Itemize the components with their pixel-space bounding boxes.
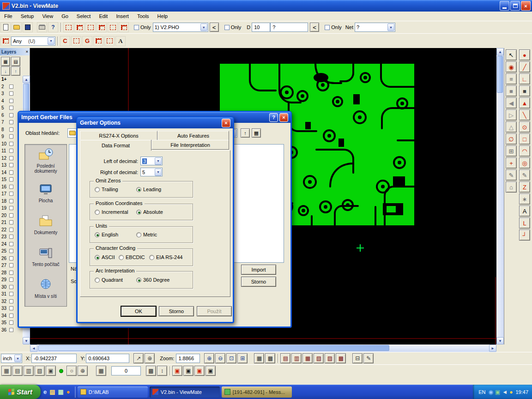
layer-row[interactable]: 2: [0, 83, 23, 91]
board-view-icon-1[interactable]: ▦: [1, 366, 12, 376]
save-icon[interactable]: [23, 22, 33, 32]
chevron-down-icon[interactable]: ▼: [48, 37, 54, 45]
layer-color-box[interactable]: [9, 192, 13, 196]
grid-toggle-icon[interactable]: ▦: [254, 353, 264, 363]
chevron-down-icon[interactable]: ▼: [155, 157, 162, 165]
zoom-out-icon[interactable]: ⊖: [215, 353, 225, 363]
star-pad-icon[interactable]: ∗: [519, 193, 530, 205]
scroll-up-icon[interactable]: ▲: [496, 48, 504, 55]
pad-view-icon-2[interactable]: ▥: [291, 353, 302, 363]
board-view-icon-4[interactable]: ▧: [35, 366, 45, 376]
layer-row[interactable]: 1+: [0, 76, 23, 83]
tab-file-interpretation[interactable]: File Interpretation: [151, 140, 229, 150]
place-my-computer[interactable]: Tento počítač: [25, 240, 66, 272]
layer-color-box[interactable]: [9, 278, 13, 282]
pad-square-icon[interactable]: ■: [519, 85, 530, 97]
layer-color-box[interactable]: [9, 134, 13, 139]
pad-dark-icon-2[interactable]: ▣: [206, 366, 216, 376]
move-layer-up-icon[interactable]: ↑: [11, 66, 20, 76]
vertical-scroll-thumb[interactable]: [497, 56, 503, 93]
grid-small-icon[interactable]: ▦: [96, 366, 106, 376]
apply-button[interactable]: Použít: [197, 306, 232, 316]
pad-target-icon[interactable]: ⊙: [519, 121, 530, 133]
start-button[interactable]: Start: [0, 385, 41, 399]
layer-color-box[interactable]: [9, 163, 13, 167]
diameter-tool-icon[interactable]: ∅: [506, 133, 517, 145]
pad-ring-icon[interactable]: ◎: [519, 157, 530, 169]
radio-english[interactable]: English: [95, 232, 118, 237]
gerber-aperture-button[interactable]: G: [82, 36, 92, 46]
caliper-icon[interactable]: [119, 22, 129, 32]
layer-color-box[interactable]: [9, 256, 13, 260]
prev-dcode-button[interactable]: <: [310, 23, 319, 32]
radio-incremental[interactable]: Incremental: [95, 209, 128, 215]
measure-diagonal-icon[interactable]: ↗: [133, 353, 144, 363]
layer-color-box[interactable]: [9, 170, 13, 175]
layer-color-box[interactable]: [9, 142, 13, 146]
dcode-filter-input[interactable]: ?: [270, 23, 308, 32]
layer-combo[interactable]: 1) V2.PHO ▼: [153, 23, 208, 32]
folder-icon[interactable]: ▨: [49, 388, 55, 395]
select-frame-icon[interactable]: [63, 22, 73, 32]
canvas-vertical-scrollbar[interactable]: ▲ ▼: [496, 48, 504, 345]
horizontal-scroll-thumb[interactable]: [38, 345, 389, 351]
task-button-messenger[interactable]: [191-482-091] - Mess...: [222, 387, 292, 398]
origin-target-icon[interactable]: ⊕: [145, 353, 155, 363]
close-icon[interactable]: ×: [222, 119, 230, 127]
pad-view-icon-1[interactable]: ▤: [280, 353, 290, 363]
highlight-dcode-icon[interactable]: [85, 22, 96, 32]
window-titlebar[interactable]: V2.bin - ViewMate ×: [0, 0, 532, 12]
home-view-icon[interactable]: ⌂: [506, 181, 517, 193]
layer-color-box[interactable]: [9, 263, 13, 267]
restore-button[interactable]: [510, 1, 520, 11]
scroll-down-icon[interactable]: ▼: [23, 337, 30, 345]
pad-stack-icon[interactable]: [93, 36, 103, 46]
radio-ebcdic[interactable]: EBCDIC: [119, 254, 145, 260]
radio-ascii[interactable]: ASCII: [95, 254, 115, 260]
scroll-left-icon[interactable]: ◄: [30, 345, 37, 352]
aperture-grid-icon[interactable]: [0, 36, 11, 46]
circle-tool-icon[interactable]: ○: [66, 366, 77, 376]
layer-list-icon[interactable]: ≡: [506, 73, 517, 85]
layer-row[interactable]: 3: [0, 90, 23, 97]
chevron-down-icon[interactable]: ▼: [155, 169, 162, 176]
layer-color-box[interactable]: [9, 156, 13, 160]
layer-color-box[interactable]: [9, 285, 13, 289]
merge-icon[interactable]: ⊟: [352, 353, 363, 363]
radio-absolute[interactable]: Absolute: [136, 209, 163, 215]
step-field[interactable]: 0: [111, 366, 141, 375]
open-file-icon[interactable]: [12, 22, 22, 32]
radio-leading[interactable]: Leading: [136, 187, 161, 192]
only-net-toggle[interactable]: Only: [325, 24, 342, 30]
layer-color-box[interactable]: [9, 120, 13, 124]
layer-color-box[interactable]: [9, 249, 13, 253]
pad-view-icon-5[interactable]: ▨: [325, 353, 335, 363]
language-bar-icon[interactable]: ◉: [489, 389, 493, 395]
layer-color-box[interactable]: [9, 149, 13, 153]
place-documents[interactable]: Dokumenty: [25, 208, 66, 240]
browser-icon[interactable]: ●: [66, 388, 70, 395]
menu-item[interactable]: Tools: [133, 12, 153, 20]
board-view-icon-5[interactable]: ▣: [46, 366, 56, 376]
layer-color-box[interactable]: [9, 91, 13, 96]
layer-color-box[interactable]: [9, 299, 13, 303]
edit-icon[interactable]: ✎: [363, 353, 374, 363]
chevron-down-icon[interactable]: ▼: [387, 24, 394, 31]
layer-color-box[interactable]: [9, 99, 13, 103]
layers-panel-titlebar[interactable]: Layers ×: [0, 48, 30, 55]
layer-row[interactable]: 4: [0, 97, 23, 105]
right-of-decimal-combo[interactable]: 5 ▼: [140, 168, 163, 176]
import-button[interactable]: Import: [241, 265, 276, 275]
zoom-field[interactable]: 1.8866: [176, 354, 200, 363]
chevron-down-icon[interactable]: ▼: [14, 355, 21, 362]
pad-view-icon-3[interactable]: ▦: [302, 353, 313, 363]
layer-color-box[interactable]: [9, 106, 13, 110]
probe-tool-icon[interactable]: ⊕: [78, 366, 88, 376]
layer-color-box[interactable]: [9, 228, 13, 232]
ruler-icon[interactable]: [108, 22, 118, 32]
up-one-level-icon[interactable]: ↑: [241, 128, 250, 138]
circle-aperture-button[interactable]: C: [60, 36, 70, 46]
aperture-filter-combo[interactable]: Any (U) ▼: [11, 36, 55, 46]
grid-tool-icon[interactable]: ⊞: [506, 145, 517, 157]
layer-color-box[interactable]: [9, 292, 13, 296]
